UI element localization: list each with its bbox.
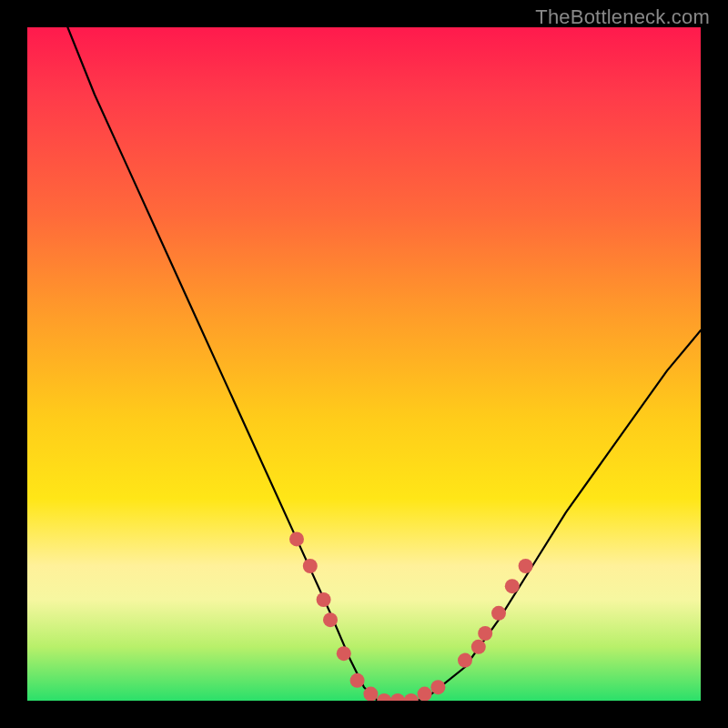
attribution-label: TheBottleneck.com	[535, 5, 710, 29]
curve-marker	[505, 579, 520, 593]
curve-marker	[478, 626, 492, 641]
bottleneck-curve	[67, 27, 701, 701]
curve-marker	[458, 653, 472, 668]
curve-marker	[404, 693, 419, 701]
curve-marker	[390, 693, 405, 701]
curve-marker	[317, 592, 331, 607]
marker-group	[289, 531, 533, 701]
curve-marker	[289, 531, 304, 546]
curve-marker	[350, 673, 365, 688]
plot-area	[27, 27, 701, 701]
curve-marker	[337, 646, 351, 661]
curve-marker	[323, 612, 338, 627]
curve-layer	[27, 27, 701, 701]
curve-marker	[471, 640, 486, 654]
curve-marker	[430, 680, 445, 694]
curve-marker	[418, 687, 432, 701]
curve-marker	[491, 606, 506, 621]
curve-marker	[377, 693, 391, 701]
curve-marker	[363, 687, 378, 701]
curve-marker	[519, 559, 533, 573]
chart-frame: TheBottleneck.com	[0, 0, 728, 728]
curve-marker	[303, 559, 318, 573]
